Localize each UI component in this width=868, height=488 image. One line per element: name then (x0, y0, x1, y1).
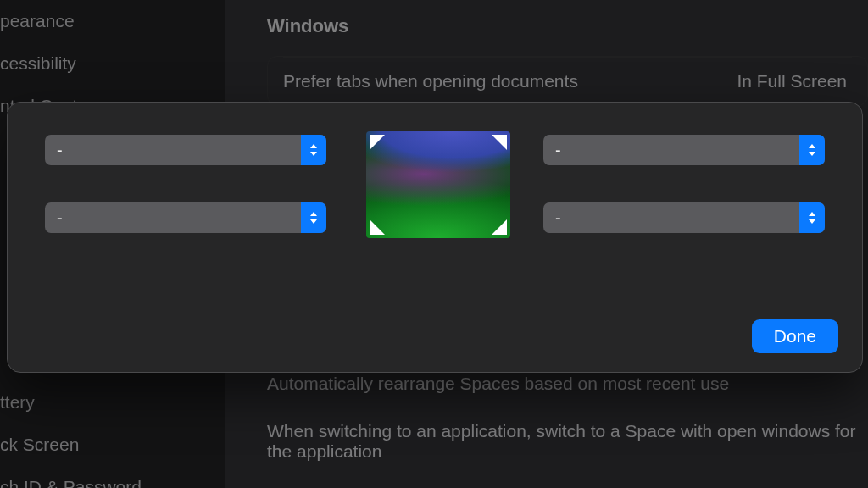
corner-indicator-icon (492, 135, 507, 150)
corner-value-top-left: - (57, 141, 63, 160)
label-switch-app-space: When switching to an application, switch… (267, 421, 863, 462)
corner-indicator-icon (492, 219, 507, 235)
corner-value-bottom-left: - (57, 208, 63, 228)
value-prefer-tabs: In Full Screen (737, 71, 847, 92)
chevron-updown-icon (799, 202, 825, 233)
label-prefer-tabs: Prefer tabs when opening documents (283, 71, 578, 92)
done-button[interactable]: Done (752, 319, 838, 353)
chevron-updown-icon (799, 135, 825, 165)
corner-indicator-icon (370, 219, 385, 235)
sidebar-item-accessibility[interactable]: cessibility (0, 42, 225, 85)
label-rearrange-spaces: Automatically rearrange Spaces based on … (267, 374, 729, 394)
chevron-updown-icon (301, 202, 326, 233)
corner-select-top-left[interactable]: - (45, 135, 326, 165)
sidebar-item-appearance[interactable]: pearance (0, 0, 225, 42)
corner-indicator-icon (370, 135, 385, 150)
row-switch-app-space[interactable]: When switching to an application, switch… (267, 408, 868, 475)
hot-corners-sheet: - - - - (7, 102, 863, 373)
hot-corners-grid: - - - - (31, 126, 838, 287)
sidebar-item-battery[interactable]: ttery (0, 381, 225, 424)
chevron-updown-icon (301, 135, 326, 165)
group-windows: Prefer tabs when opening documents In Fu… (267, 56, 868, 106)
corner-value-bottom-right: - (555, 208, 561, 228)
corner-select-bottom-right[interactable]: - (543, 202, 825, 233)
corner-select-top-right[interactable]: - (543, 135, 825, 165)
sidebar-item-touch-id[interactable]: ch ID & Password (0, 466, 225, 488)
corner-value-top-right: - (555, 141, 561, 160)
sidebar-item-lock-screen[interactable]: ck Screen (0, 424, 225, 466)
section-title-windows: Windows (267, 15, 868, 37)
desktop-thumbnail (366, 131, 510, 238)
corner-select-bottom-left[interactable]: - (45, 202, 326, 233)
row-prefer-tabs[interactable]: Prefer tabs when opening documents In Fu… (283, 57, 852, 105)
